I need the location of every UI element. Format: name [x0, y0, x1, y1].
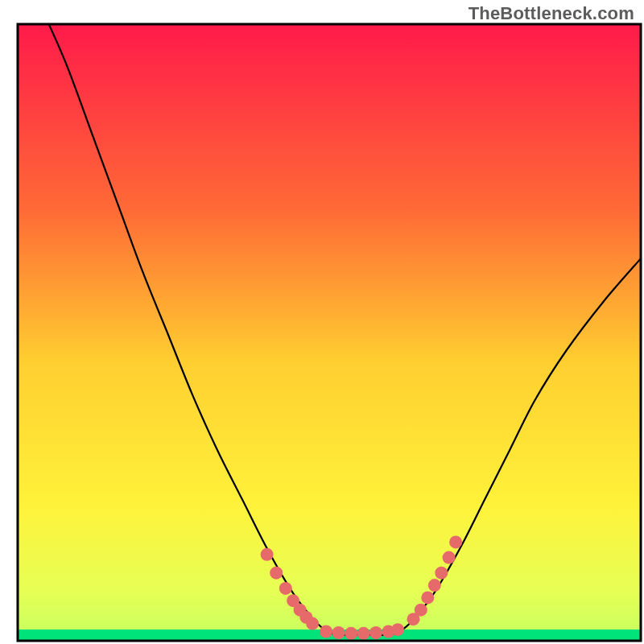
data-dot [345, 627, 357, 640]
data-dot [261, 548, 274, 561]
data-dot [391, 623, 404, 636]
plot-background [18, 24, 641, 641]
watermark-label: TheBottleneck.com [469, 3, 634, 24]
data-dot [332, 626, 345, 639]
data-dot [306, 617, 319, 630]
data-dot [449, 535, 462, 548]
data-dot [279, 582, 292, 595]
chart-container: TheBottleneck.com [0, 0, 644, 644]
data-dot [443, 551, 456, 564]
data-dot [357, 627, 370, 640]
data-dot [320, 625, 332, 638]
data-dot [270, 567, 283, 580]
data-dot [421, 591, 434, 604]
bottleneck-chart [0, 0, 644, 644]
data-dot [415, 604, 427, 617]
data-dot [435, 567, 448, 580]
data-dot [369, 626, 382, 639]
data-dot [428, 579, 441, 592]
